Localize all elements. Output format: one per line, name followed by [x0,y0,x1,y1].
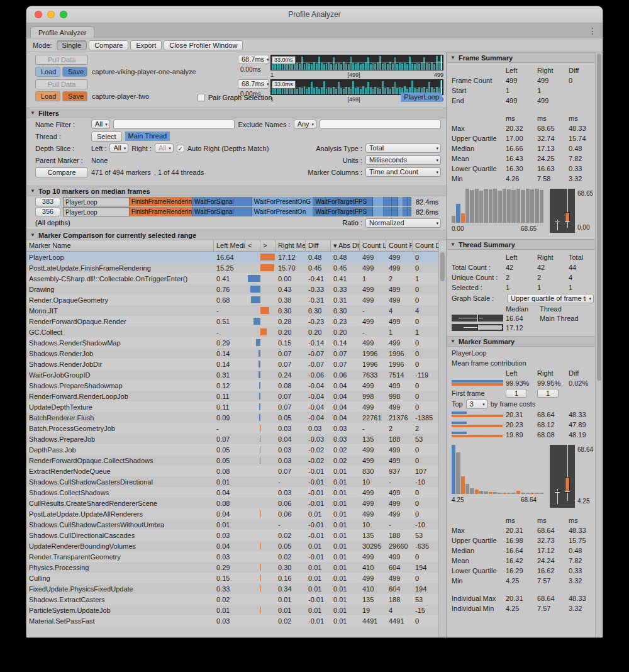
top-n-dropdown[interactable]: 3▾ [466,400,487,409]
marker-table-scrollbar[interactable] [438,251,446,637]
column-header[interactable]: Left Median [214,240,245,251]
column-header[interactable]: < [245,240,260,251]
thread-column-header[interactable]: Thread [540,305,595,313]
export-button[interactable]: Export [130,40,162,50]
units-dropdown[interactable]: Milliseconds▾ [365,155,441,165]
depth-left-dropdown[interactable]: All▾ [109,143,128,153]
compare-button[interactable]: Compare [35,167,88,177]
ratio-dropdown[interactable]: Normalized▾ [365,218,441,228]
column-header[interactable]: > [260,240,276,251]
marker-segment[interactable]: WaitForPresentOn [252,207,313,216]
save-button-left[interactable]: Save [62,67,87,77]
marker-segment[interactable] [373,207,384,216]
thread-select-button[interactable]: Select [91,132,122,142]
marker-segment[interactable] [408,197,411,206]
thread-summary-header[interactable]: ▼Thread Summary [447,239,595,250]
marker-segment[interactable] [384,207,392,216]
analysis-type-dropdown[interactable]: Total▾ [365,143,441,153]
column-header[interactable]: Diff [306,240,331,251]
marker-summary-header[interactable]: ▼Marker Summary [447,336,595,347]
table-row[interactable]: Shadows.RenderJob0.140.07-0.070.07199619… [26,348,439,359]
marker-segment[interactable]: PlayerLoop [63,207,130,216]
marker-segment[interactable] [373,197,384,206]
table-row[interactable]: ParticleSystem.UpdateJob0.010.010.010.01… [26,605,439,615]
median-column-header[interactable]: Median [506,305,540,313]
table-row[interactable]: Shadows.ExtractCasters0.020.01-0.010.011… [26,594,439,605]
table-row[interactable]: FixedUpdate.PhysicsFixedUpdate0.330.340.… [26,583,439,594]
zoom-window-button[interactable] [60,11,67,18]
marker-segment[interactable] [392,207,398,216]
table-row[interactable]: Material.SetPassFast0.030.02-0.010.01449… [26,615,439,626]
marker-comparison-header[interactable]: ▼Marker Comparison for currently selecte… [26,230,446,240]
marker-segment[interactable]: WaitForSignal [192,197,252,206]
save-button-right[interactable]: Save [62,91,87,101]
threshold-label-left[interactable]: 33.0ms [272,56,296,64]
selected-marker-label[interactable]: PlayerLoop [401,92,442,102]
pull-data-button[interactable]: Pull Data [35,55,88,65]
table-row[interactable]: Drawing0.760.43-0.330.334994990 [26,284,439,294]
table-row[interactable]: Shadows.RenderShadowMap0.290.15-0.140.14… [26,337,439,348]
minimize-window-button[interactable] [47,11,55,18]
table-row[interactable]: PostLateUpdate.UpdateAllRenderers0.040.0… [26,508,439,519]
marker-stack-bar[interactable]: PlayerLoopFinishFrameRenderingWaitForSig… [63,207,413,216]
marker-segment[interactable] [384,197,392,206]
top10-header[interactable]: ▼Top 10 markers on median frames [26,186,446,196]
exclude-mode-dropdown[interactable]: Any▾ [294,120,316,129]
close-profiler-window-button[interactable]: Close Profiler Window [164,40,243,50]
marker-segment[interactable] [392,197,398,206]
kebab-menu-icon[interactable]: ⋮ [588,26,597,36]
table-row[interactable]: DepthPass.Job0.050.03-0.020.024994990 [26,444,439,455]
marker-segment[interactable] [398,207,403,216]
tab-profile-analyzer[interactable]: Profile Analyzer [30,26,94,38]
marker-segment[interactable]: FinishFrameRendering [130,197,192,206]
scrollbar-thumb[interactable] [440,252,445,281]
graph-scale-dropdown[interactable]: Upper quartile of frame ti▾ [507,294,594,303]
table-row[interactable]: Shadows.CullShadowCastersDirectional0.01… [26,476,439,487]
table-row[interactable]: Shadows.CollectShadows0.040.03-0.010.014… [26,487,439,498]
column-header[interactable]: ▾ Abs Diff [331,240,360,251]
right-panel-scrollbar[interactable] [595,52,603,637]
marker-segment[interactable]: WaitForTargetFPS [313,207,373,216]
table-row[interactable]: Shadows.CullShadowCastersWithoutUmbra0.0… [26,519,439,530]
table-row[interactable]: Mono.JIT-0.300.300.30-44 [26,305,439,316]
table-row[interactable]: PostLateUpdate.FinishFrameRendering15.25… [26,262,439,273]
range-dropdown-left[interactable]: 68.7ms▾ [238,55,269,64]
frame-summary-header[interactable]: ▼Frame Summary [447,52,595,63]
depth-right-dropdown[interactable]: All▾ [155,143,174,153]
filters-header[interactable]: ▼Filters [26,108,446,118]
name-filter-mode-dropdown[interactable]: All▾ [91,120,110,129]
frame-index-button[interactable]: 356 [35,207,60,216]
table-row[interactable]: PlayerLoop16.6417.120.480.484994990 [26,252,439,262]
marker-segment[interactable] [408,207,411,216]
table-row[interactable]: RenderForwardOpaque.Render0.510.28-0.230… [26,316,439,327]
marker-segment[interactable] [403,197,408,206]
range-dropdown-right[interactable]: 68.7ms▾ [238,79,269,89]
column-header[interactable]: Count Delta [413,240,439,251]
column-header[interactable]: Marker Name [26,240,214,251]
table-row[interactable]: BatchRenderer.Flush0.090.05-0.040.042276… [26,412,439,423]
scrollbar-thumb[interactable] [597,53,601,381]
threshold-label-right[interactable]: 33.0ms [272,81,296,89]
frame-time-graph-left[interactable]: 33.0ms [270,55,443,70]
pair-graph-selection-checkbox[interactable] [198,94,205,101]
table-row[interactable]: UpdateDepthTexture0.110.07-0.040.0449949… [26,401,439,412]
marker-segment[interactable]: FinishFrameRendering [130,207,192,216]
table-row[interactable]: Culling0.150.160.010.014994990 [26,573,439,583]
thread-row[interactable]: 17.12 [447,323,595,332]
table-row[interactable]: Assembly-CSharp.dll!::Collectable.OnTrig… [26,273,439,284]
title-bar[interactable]: Profile Analyzer [26,6,603,23]
load-button-right[interactable]: Load [35,91,60,101]
mode-single-button[interactable]: Single [57,40,87,50]
thread-row[interactable]: 16.64Main Thread [447,313,595,323]
table-row[interactable]: UpdateRendererBoundingVolumes0.040.050.0… [26,540,439,551]
marker-stack-bar[interactable]: PlayerLoopFinishFrameRenderingWaitForSig… [63,197,413,206]
first-frame-left-button[interactable]: 1 [506,389,527,398]
exclude-names-input[interactable] [320,120,441,129]
table-row[interactable]: Render.TransparentGeometry0.030.02-0.010… [26,551,439,562]
mode-compare-button[interactable]: Compare [89,40,128,50]
table-row[interactable]: GC.Collect-0.200.200.20-11 [26,327,439,337]
column-header[interactable]: Count Right [386,240,413,251]
marker-segment[interactable]: WaitForSignal [192,207,252,216]
name-filter-input[interactable] [113,120,235,129]
table-row[interactable]: Shadows.PrepareShadowmap0.120.08-0.040.0… [26,380,439,391]
